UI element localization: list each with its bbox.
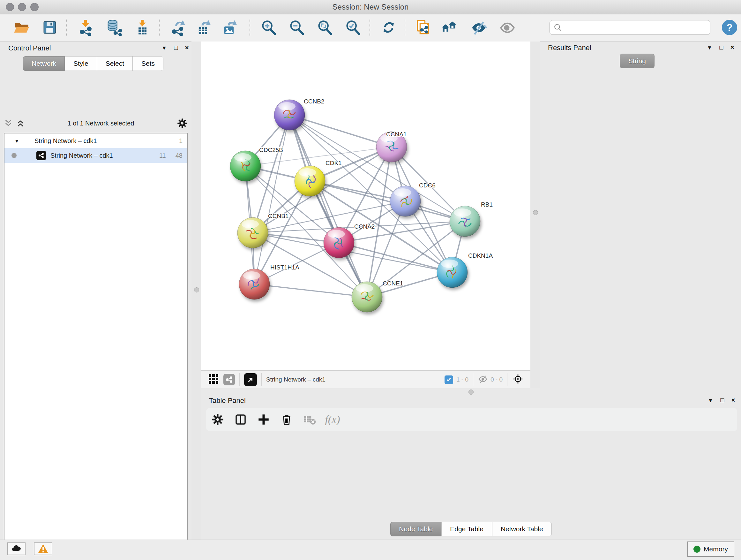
splitter-grip[interactable] (533, 210, 538, 215)
network-canvas[interactable]: CCNB2CCNA1CDC25BCDK1CDC6RB1CCNB1CCNA2CDK… (201, 42, 530, 370)
memory-label: Memory (704, 545, 728, 553)
node-label-CCNB2: CCNB2 (304, 98, 324, 105)
panel-undock-icon[interactable]: □ (719, 44, 723, 51)
edge-HIST1H1A-CCNE1[interactable] (254, 284, 367, 297)
panel-close-icon[interactable]: × (731, 44, 734, 51)
left-splitter[interactable] (192, 42, 201, 540)
tab-network[interactable]: Network (23, 56, 65, 71)
collection-expand-icon[interactable]: ▼ (4, 138, 19, 144)
memory-status-dot (693, 546, 700, 553)
tab-select[interactable]: Select (97, 56, 133, 71)
export-network-icon (170, 19, 186, 36)
table-panel-controls: ▼ □ × (702, 396, 735, 404)
help-button[interactable]: ? (722, 20, 737, 35)
import-table-button[interactable] (133, 17, 152, 37)
splitter-grip[interactable] (194, 287, 199, 293)
node-RB1[interactable]: RB1 (450, 201, 493, 237)
panel-undock-icon[interactable]: □ (174, 44, 178, 51)
clone-network-button[interactable] (413, 17, 432, 37)
refresh-icon (381, 19, 397, 36)
houses-icon (441, 19, 458, 36)
network-view-icon[interactable] (223, 374, 235, 385)
edge-CCNB2-HIST1H1A[interactable] (254, 115, 289, 284)
horizontal-splitter[interactable] (201, 388, 741, 396)
main-toolbar: ? (0, 14, 741, 42)
control-panel-title: Control Panel (8, 44, 51, 52)
zoom-out-icon (288, 19, 305, 36)
zoom-in-button[interactable] (259, 17, 278, 37)
show-columns-icon[interactable] (229, 413, 252, 426)
network-options-gear-icon[interactable] (177, 118, 188, 129)
show-all-button[interactable] (498, 17, 517, 37)
control-panel-tabs: NetworkStyleSelectSets (23, 56, 163, 71)
export-image-button[interactable] (219, 17, 239, 37)
delete-column-icon[interactable] (275, 413, 298, 426)
expand-all-icon[interactable] (16, 119, 25, 128)
node-CCNA1[interactable]: CCNA1 (376, 131, 407, 162)
hide-selected-button[interactable] (469, 17, 488, 37)
toolbar-separator (66, 19, 67, 36)
tab-network-table[interactable]: Network Table (492, 522, 552, 537)
search-input[interactable] (565, 23, 710, 32)
netbar-separator (507, 373, 508, 386)
node-label-CDK1: CDK1 (326, 160, 342, 166)
save-session-button[interactable] (40, 17, 59, 37)
import-network-from-database-button[interactable] (104, 17, 123, 37)
splitter-grip[interactable] (468, 389, 474, 395)
node-CDC25B[interactable]: CDC25B (230, 146, 283, 181)
panel-float-icon[interactable]: ▼ (161, 45, 167, 51)
table-panel: Table Panel ▼ □ × (201, 396, 741, 540)
export-network-button[interactable] (169, 17, 188, 37)
node-label-RB1: RB1 (481, 201, 493, 208)
hidden-eye-icon[interactable] (478, 374, 488, 386)
edge-CCNB2-CCNA1[interactable] (289, 115, 392, 147)
zoom-fit-button[interactable] (315, 17, 334, 37)
network-row-selected[interactable]: String Network – cdk1 11 48 (4, 148, 187, 163)
zoom-selected-icon (345, 19, 361, 36)
cloud-status-button[interactable] (7, 543, 25, 555)
fit-selected-crosshair-icon[interactable] (512, 373, 524, 387)
warnings-button[interactable] (34, 543, 52, 555)
refresh-view-button[interactable] (379, 17, 398, 37)
network-edge-count: 48 (176, 152, 183, 159)
panel-close-icon[interactable]: × (185, 44, 189, 51)
tab-string[interactable]: String (620, 54, 655, 68)
search-box[interactable] (549, 20, 711, 35)
tab-style[interactable]: Style (65, 56, 97, 71)
tab-sets[interactable]: Sets (133, 56, 163, 71)
network-collection-row[interactable]: ▼ String Network – cdk1 1 (4, 133, 187, 148)
network-selection-status: 1 of 1 Network selected (25, 120, 177, 127)
add-column-icon[interactable] (252, 413, 275, 426)
edge-CDK1-RB1[interactable] (310, 181, 465, 221)
zoom-out-button[interactable] (287, 17, 307, 37)
clone-network-icon (414, 19, 431, 36)
panel-undock-icon[interactable]: □ (720, 396, 724, 403)
tab-edge-table[interactable]: Edge Table (441, 522, 492, 537)
first-neighbors-button[interactable] (440, 17, 459, 37)
function-builder-button[interactable]: f(x) (321, 414, 344, 426)
memory-button[interactable]: Memory (687, 542, 734, 557)
right-splitter[interactable] (530, 42, 540, 388)
node-CDK1[interactable]: CDK1 (294, 160, 342, 196)
grid-mode-icon[interactable] (208, 374, 219, 386)
panel-float-icon[interactable]: ▼ (708, 397, 713, 403)
node-CCNB2[interactable]: CCNB2 (274, 98, 324, 130)
collapse-all-icon[interactable] (4, 119, 13, 128)
eye-slash-icon (470, 19, 487, 36)
birdseye-view-icon[interactable] (244, 373, 257, 386)
zoom-in-icon (260, 19, 277, 36)
node-CCNB1[interactable]: CCNB1 (238, 212, 288, 248)
panel-close-icon[interactable]: × (731, 396, 735, 403)
node-HIST1H1A[interactable]: HIST1H1A (239, 264, 299, 300)
tab-node-table[interactable]: Node Table (390, 522, 441, 537)
node-CCNE1[interactable]: CCNE1 (352, 280, 403, 312)
table-options-gear-icon[interactable] (206, 413, 229, 426)
import-network-button[interactable] (76, 17, 95, 37)
open-file-button[interactable] (12, 17, 31, 37)
export-table-button[interactable] (194, 17, 213, 37)
delete-table-icon[interactable] (298, 413, 321, 426)
selected-checkbox-icon[interactable] (445, 375, 453, 384)
panel-float-icon[interactable]: ▼ (707, 45, 712, 51)
edge-CCNB2-CCNE1[interactable] (289, 115, 367, 297)
zoom-selected-button[interactable] (343, 17, 362, 37)
